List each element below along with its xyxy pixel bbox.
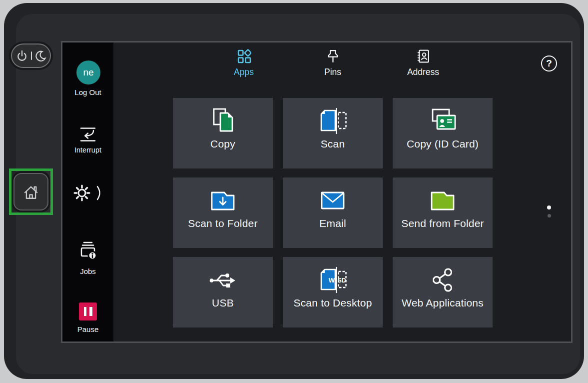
moon-icon <box>34 50 46 62</box>
jobs-label: Jobs <box>62 267 113 276</box>
app-tile-label: Web Applications <box>393 297 493 309</box>
usb-icon <box>173 257 273 296</box>
id-card-copy-icon <box>393 98 493 137</box>
app-tile-web-applications[interactable]: Web Applications <box>393 257 493 328</box>
home-icon <box>22 184 39 200</box>
app-tile-label: USB <box>173 297 273 309</box>
scan-icon <box>283 98 383 137</box>
gear-icon <box>73 184 90 202</box>
scan-to-folder-icon <box>173 178 273 216</box>
touchscreen: ne Log Out Interrupt <box>61 41 573 343</box>
app-tile-label: Send from Folder <box>393 218 493 230</box>
app-tile-label: Scan to Folder <box>173 218 273 230</box>
pushpin-icon <box>312 48 354 64</box>
app-tile-scan[interactable]: Scan <box>283 98 383 168</box>
address-book-icon <box>402 48 444 64</box>
apps-grid-icon <box>223 48 265 64</box>
wsd-w-text: W <box>329 276 335 284</box>
app-tile-label: Copy (ID Card) <box>393 138 493 150</box>
app-tile-send-from-folder[interactable]: Send from Folder <box>393 178 493 248</box>
copy-icon <box>173 98 273 137</box>
power-divider <box>31 52 32 60</box>
logout-label: Log Out <box>62 88 113 96</box>
home-highlight-frame <box>9 168 53 215</box>
help-button[interactable]: ? <box>541 56 557 72</box>
tab-apps[interactable]: Apps <box>223 48 265 78</box>
user-avatar: ne <box>76 60 100 84</box>
sidebar: ne Log Out Interrupt <box>62 42 113 342</box>
tab-apps-label: Apps <box>223 67 265 78</box>
tab-address-label: Address <box>402 67 444 78</box>
app-tile-label: Email <box>283 218 383 230</box>
power-icon <box>15 49 28 63</box>
pause-icon <box>79 302 97 320</box>
app-tile-label: Scan <box>283 138 383 150</box>
home-button[interactable] <box>13 173 48 210</box>
app-tile-copy[interactable]: Copy <box>173 98 273 168</box>
page-dot-active[interactable] <box>547 206 551 210</box>
wsd-sd-text: SD <box>338 277 346 284</box>
tab-pins[interactable]: Pins <box>312 48 354 78</box>
scan-to-desktop-icon: W SD <box>283 257 383 296</box>
power-button[interactable] <box>11 44 51 68</box>
tab-pins-label: Pins <box>312 67 354 78</box>
chevron-right-icon <box>96 185 103 201</box>
email-icon <box>283 178 383 216</box>
app-tile-scan-to-folder[interactable]: Scan to Folder <box>173 178 273 248</box>
app-tile-label: Scan to Desktop <box>283 297 383 309</box>
avatar-initials: ne <box>83 67 93 78</box>
interrupt-icon <box>79 126 97 143</box>
send-from-folder-icon <box>393 178 493 216</box>
page-indicator <box>545 206 553 222</box>
jobs-info-icon <box>78 240 97 260</box>
app-tile-scan-to-desktop[interactable]: W SD Scan to Desktop <box>283 257 383 328</box>
pause-label: Pause <box>62 325 113 334</box>
app-tile-email[interactable]: Email <box>283 178 383 248</box>
app-tile-label: Copy <box>173 138 273 150</box>
help-glyph: ? <box>546 58 552 69</box>
app-tile-copy-id-card[interactable]: Copy (ID Card) <box>393 98 493 168</box>
tab-address[interactable]: Address <box>402 48 444 78</box>
page-dot-inactive[interactable] <box>548 214 551 218</box>
share-icon <box>393 257 493 296</box>
app-tile-usb[interactable]: USB <box>173 257 273 328</box>
interrupt-label: Interrupt <box>62 146 113 154</box>
settings-button[interactable] <box>62 184 113 202</box>
